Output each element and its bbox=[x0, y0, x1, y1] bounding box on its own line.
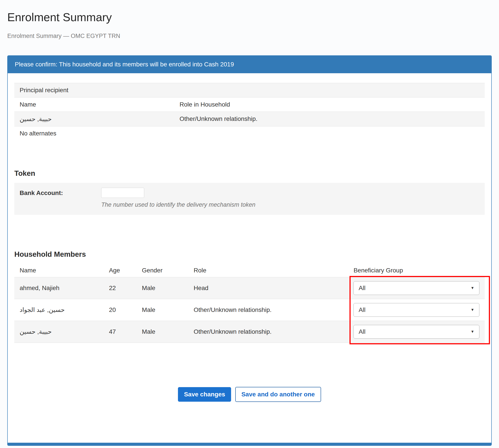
principal-role-header: Role in Household bbox=[174, 97, 485, 112]
member-role: Other/Unknown relationship. bbox=[188, 321, 348, 343]
col-header-age: Age bbox=[104, 264, 137, 277]
panel-body: Principal recipient Name Role in Househo… bbox=[8, 73, 491, 443]
beneficiary-group-select[interactable]: All ▼ bbox=[354, 281, 479, 295]
household-header-row: Name Age Gender Role Beneficiary Group bbox=[14, 264, 485, 277]
chevron-down-icon: ▼ bbox=[470, 286, 474, 290]
principal-name-header: Name bbox=[14, 97, 174, 112]
principal-section-label: Principal recipient bbox=[14, 83, 485, 97]
col-header-gender: Gender bbox=[137, 264, 188, 277]
member-gender: Male bbox=[137, 299, 188, 321]
member-gender: Male bbox=[137, 277, 188, 299]
member-age: 22 bbox=[104, 277, 137, 299]
chevron-down-icon: ▼ bbox=[470, 330, 474, 334]
beneficiary-group-select[interactable]: All ▼ bbox=[354, 303, 479, 317]
member-row: حسين, عبد الجواد 20 Male Other/Unknown r… bbox=[14, 299, 485, 321]
member-age: 20 bbox=[104, 299, 137, 321]
panel-footer-bar bbox=[8, 443, 491, 445]
household-table-wrap: Name Age Gender Role Beneficiary Group a… bbox=[14, 264, 485, 343]
beneficiary-group-select[interactable]: All ▼ bbox=[354, 325, 479, 339]
member-row: ahmed, Najieh 22 Male Head All ▼ bbox=[14, 277, 485, 299]
bank-account-input[interactable] bbox=[101, 188, 144, 198]
member-name: حبيبة, حسين bbox=[14, 321, 104, 343]
enrolment-panel: Please confirm: This household and its m… bbox=[7, 55, 492, 446]
page-container: Enrolment Summary Enrolment Summary — OM… bbox=[0, 0, 499, 446]
member-role: Head bbox=[188, 277, 348, 299]
member-age: 47 bbox=[104, 321, 137, 343]
token-heading: Token bbox=[14, 169, 485, 177]
member-role: Other/Unknown relationship. bbox=[188, 299, 348, 321]
beneficiary-group-value: All bbox=[359, 328, 365, 335]
member-row: حبيبة, حسين 47 Male Other/Unknown relati… bbox=[14, 321, 485, 343]
household-members-heading: Household Members bbox=[14, 250, 485, 258]
principal-section-row: Principal recipient bbox=[14, 83, 485, 97]
member-name: ahmed, Najieh bbox=[14, 277, 104, 299]
breadcrumb: Enrolment Summary — OMC EGYPT TRN bbox=[7, 33, 492, 39]
beneficiary-group-value: All bbox=[359, 285, 365, 292]
beneficiary-group-value: All bbox=[359, 306, 365, 313]
col-header-name: Name bbox=[14, 264, 104, 277]
save-and-do-another-button[interactable]: Save and do another one bbox=[235, 387, 321, 402]
household-members-table: Name Age Gender Role Beneficiary Group a… bbox=[14, 264, 485, 343]
principal-data-row: حبيبة, حسين Other/Unknown relationship. bbox=[14, 112, 485, 126]
confirm-banner: Please confirm: This household and its m… bbox=[8, 56, 491, 73]
token-form: Bank Account: The number used to identif… bbox=[14, 183, 485, 215]
save-changes-button[interactable]: Save changes bbox=[178, 387, 231, 402]
principal-name-value: حبيبة, حسين bbox=[14, 112, 174, 126]
col-header-beneficiary-group: Beneficiary Group bbox=[348, 264, 485, 277]
no-alternates-row: No alternates bbox=[14, 126, 485, 141]
actions-bar: Save changes Save and do another one bbox=[14, 387, 485, 443]
chevron-down-icon: ▼ bbox=[470, 308, 474, 312]
member-name: حسين, عبد الجواد bbox=[14, 299, 104, 321]
page-title: Enrolment Summary bbox=[7, 11, 492, 24]
bank-account-help: The number used to identify the delivery… bbox=[101, 201, 255, 208]
principal-recipient-table: Principal recipient Name Role in Househo… bbox=[14, 83, 485, 141]
principal-header-row: Name Role in Household bbox=[14, 97, 485, 112]
member-gender: Male bbox=[137, 321, 188, 343]
bank-account-field-group: The number used to identify the delivery… bbox=[101, 188, 255, 208]
col-header-role: Role bbox=[188, 264, 348, 277]
principal-role-value: Other/Unknown relationship. bbox=[174, 112, 485, 126]
bank-account-label: Bank Account: bbox=[20, 188, 101, 196]
no-alternates-label: No alternates bbox=[14, 126, 485, 141]
